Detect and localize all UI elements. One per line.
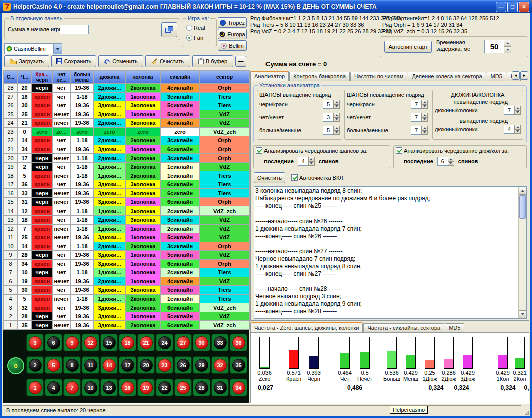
main-tab-2[interactable]: Контроль банкролла xyxy=(289,72,350,81)
spinner-up-down[interactable] xyxy=(308,157,315,166)
black-red-miss-spinner[interactable]: 7 xyxy=(411,100,428,109)
delay-spinner[interactable]: 50 xyxy=(484,40,511,53)
start-sum-input[interactable] xyxy=(60,25,89,34)
history-row[interactable]: 185красннечет1-181дюжи...2колонка1сиклай… xyxy=(4,171,250,180)
black-red-appear-spinner[interactable]: 5 xyxy=(323,100,340,109)
history-row[interactable]: 2716краснчет1-182дюжи...1колонка3сиклайн… xyxy=(4,92,250,101)
board-number-34[interactable]: 34 xyxy=(230,379,247,396)
detach-panel-button[interactable] xyxy=(161,22,177,37)
board-number-11[interactable]: 11 xyxy=(82,356,99,374)
board-number-32[interactable]: 32 xyxy=(211,356,229,374)
load-button[interactable]: Загрузить xyxy=(4,55,49,67)
history-row[interactable]: 710чернчет1-181дюжи...1колонка2сиклайнTi… xyxy=(4,268,250,277)
history-row[interactable]: 1736краснчет19-363дюжи...3колонка6сиклай… xyxy=(4,180,250,189)
board-number-16[interactable]: 16 xyxy=(119,379,136,396)
board-number-7[interactable]: 7 xyxy=(63,379,81,396)
history-row[interactable]: 192чернчет1-181дюжи...2колонка1сиклайнVd… xyxy=(4,162,250,171)
history-row[interactable]: 332краснчет19-363дюжи...2колонка6сиклайн… xyxy=(4,303,250,312)
history-row[interactable]: 1412краснчет1-181дюжи...3колонка2сиклайн… xyxy=(4,206,250,216)
history-row[interactable]: 135черннечет19-363дюжи...2колонка6сиклай… xyxy=(4,321,250,330)
history-row[interactable]: 834краснчет19-363дюжи...1колонка6сиклайн… xyxy=(4,259,250,268)
history-row[interactable]: 230zeroze...zerozerozerozeroVdZ_zch xyxy=(4,127,250,136)
board-number-17[interactable]: 17 xyxy=(119,356,136,374)
scroll-up-button[interactable] xyxy=(519,187,527,195)
resize-grip[interactable] xyxy=(523,409,529,415)
chances-alternation-spinner[interactable]: 4 xyxy=(298,157,315,166)
main-tab-1[interactable]: Анализатор xyxy=(250,71,289,81)
casino-select[interactable]: CasinoBellini xyxy=(4,43,62,54)
history-row[interactable]: 1318краснчет1-182дюжи...3колонка3сиклайн… xyxy=(4,215,250,224)
close-button[interactable]: × xyxy=(519,2,529,12)
column-header[interactable]: сиклайн xyxy=(161,71,200,84)
board-number-10[interactable]: 10 xyxy=(82,379,99,396)
board-number-2[interactable]: 2 xyxy=(26,356,44,374)
board-number-3[interactable]: 3 xyxy=(26,334,44,351)
board-number-22[interactable]: 22 xyxy=(156,379,173,396)
board-number-29[interactable]: 29 xyxy=(193,356,210,374)
history-row[interactable]: 2134краснчет19-363дюжи...1колонка6сиклай… xyxy=(4,145,250,154)
history-row[interactable]: 1014краснчет1-182дюжи...2колонка3сиклайн… xyxy=(4,242,250,251)
radio-real[interactable]: Real xyxy=(186,25,205,31)
board-number-28[interactable]: 28 xyxy=(193,379,210,396)
history-row[interactable]: 2525красннечет19-363дюжи...1колонка5сикл… xyxy=(4,110,250,119)
main-tab-4[interactable]: Деление колеса на сектора xyxy=(408,72,486,81)
spinner-up-down[interactable] xyxy=(333,126,340,135)
column-header[interactable]: С... xyxy=(4,71,18,84)
history-row[interactable]: 530краснчет19-363дюжи...3колонка5сиклайн… xyxy=(4,286,250,295)
scroll-down-button[interactable] xyxy=(519,310,527,318)
board-number-27[interactable]: 27 xyxy=(174,334,192,351)
save-button[interactable]: Сохранить xyxy=(51,55,96,67)
tab-scroll-left-button[interactable]: ◄ xyxy=(512,71,520,80)
column-header[interactable]: колонка xyxy=(126,71,161,84)
history-row[interactable]: 2214краснчет1-182дюжи...2колонка3сиклайн… xyxy=(4,136,250,145)
spinner-up-down[interactable] xyxy=(514,106,521,115)
board-number-5[interactable]: 5 xyxy=(45,356,62,374)
even-odd-appear-spinner[interactable]: 3 xyxy=(323,113,340,122)
board-number-36[interactable]: 36 xyxy=(230,334,247,351)
board-number-31[interactable]: 31 xyxy=(211,379,229,396)
autospin-start-button[interactable]: Автоспин старт xyxy=(384,41,432,53)
clear-log-button[interactable]: Очистить xyxy=(254,172,285,183)
chevron-down-icon[interactable] xyxy=(53,44,62,54)
spinner-up-down[interactable] xyxy=(421,113,428,122)
collapse-button[interactable]: — xyxy=(235,56,246,67)
dozen-column-appear-spinner[interactable]: 4 xyxy=(504,125,521,134)
board-number-0[interactable]: 0 xyxy=(7,357,24,374)
column-header[interactable]: Кра...черн xyxy=(32,71,53,84)
even-odd-miss-spinner[interactable]: 7 xyxy=(411,113,428,122)
column-header[interactable]: четне... xyxy=(53,71,71,84)
copy-buffer-button[interactable]: В буфер xyxy=(192,55,233,67)
board-number-4[interactable]: 4 xyxy=(45,379,62,396)
history-row[interactable]: 1531черннечет19-363дюжи...1колонка6сикла… xyxy=(4,197,250,206)
tropez-button[interactable]: Tropez xyxy=(218,17,247,28)
dozen-alternation-spinner[interactable]: 6 xyxy=(437,157,454,166)
board-number-13[interactable]: 13 xyxy=(100,379,118,396)
board-number-9[interactable]: 9 xyxy=(63,334,81,351)
radio-fan[interactable]: Fan xyxy=(186,35,203,41)
history-row[interactable]: 928чернчет19-363дюжи...1колонка5сиклайнV… xyxy=(4,251,250,260)
main-tab-3[interactable]: Частоты по числам xyxy=(350,72,407,81)
column-header[interactable]: сектор xyxy=(200,71,250,84)
maximize-button[interactable]: □ xyxy=(507,2,518,12)
history-row[interactable]: 1633черннечет19-363дюжи...3колонка6сикла… xyxy=(4,189,250,198)
history-row[interactable]: 2421красннечет19-362дюжи...3колонка4сикл… xyxy=(4,119,250,128)
history-row[interactable]: 2630краснчет19-363дюжи...3колонка5сиклай… xyxy=(4,101,250,110)
history-row[interactable]: 619красннечет19-362дюжи...1колонка4сикла… xyxy=(4,277,250,286)
board-number-21[interactable]: 21 xyxy=(137,334,155,351)
autoclear-checkbox[interactable]: Автоочистка ВКЛ xyxy=(291,174,343,181)
board-number-25[interactable]: 25 xyxy=(174,379,192,396)
board-number-6[interactable]: 6 xyxy=(45,334,62,351)
spinner-up-down[interactable] xyxy=(333,113,340,122)
board-number-8[interactable]: 8 xyxy=(63,356,81,374)
analyzer-log[interactable]: 3 колонка невыпадала подряд 8 спин; Набл… xyxy=(254,186,527,319)
clear-table-button[interactable]: Очистить xyxy=(145,55,190,67)
minimize-button[interactable]: — xyxy=(496,2,506,12)
board-number-14[interactable]: 14 xyxy=(100,356,118,374)
board-number-15[interactable]: 15 xyxy=(100,334,118,351)
board-number-24[interactable]: 24 xyxy=(156,334,173,351)
spinner-up-down[interactable] xyxy=(333,100,340,109)
history-row[interactable]: 228чернчет19-363дюжи...1колонка5сиклайнV… xyxy=(4,312,250,321)
history-row[interactable]: 1125красннечет19-363дюжи...1колонка5сикл… xyxy=(4,233,250,242)
board-number-23[interactable]: 23 xyxy=(156,356,173,374)
spinner-up-down[interactable] xyxy=(421,100,428,109)
